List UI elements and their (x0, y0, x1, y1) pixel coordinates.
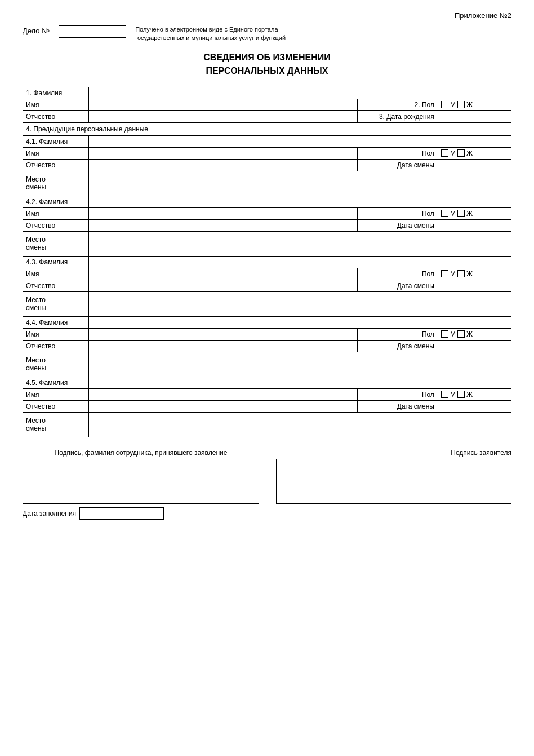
row-4-3-familiya: 4.3. Фамилия (23, 256, 511, 268)
checkbox-4-2-zh[interactable] (457, 210, 465, 217)
label-4-2-familiya: 4.2. Фамилия (23, 196, 89, 207)
row-4-5-familiya: 4.5. Фамилия (23, 377, 511, 388)
value-4-1-data-smeny[interactable] (438, 159, 511, 171)
applicant-sign-label: Подпись заявителя (276, 449, 511, 457)
value-4-4-imya[interactable] (89, 328, 358, 340)
label-4-4-imya: Имя (23, 328, 89, 340)
label-4-2-pol: Пол (357, 207, 438, 219)
value-4-3-imya[interactable] (89, 268, 358, 280)
row-4-2-familiya: 4.2. Фамилия (23, 196, 511, 207)
label-4-5-otchestvo: Отчество (23, 400, 89, 412)
delo-number-input[interactable] (59, 25, 126, 38)
value-4-3-data-smeny[interactable] (438, 280, 511, 291)
label-4-4-otchestvo: Отчество (23, 340, 89, 352)
label-4-5-imya: Имя (23, 388, 89, 400)
row-4-2-imya: Имя Пол М Ж (23, 207, 511, 219)
employee-sign-box[interactable] (23, 459, 259, 504)
pol-4-5-checkboxes[interactable]: М Ж (438, 388, 511, 400)
label-4-5-pol: Пол (357, 388, 438, 400)
label-4-2-data-smeny: Дата смены (357, 219, 438, 231)
date-label: Дата заполнения (23, 510, 76, 518)
employee-sign-section: Подпись, фамилия сотрудника, принявшего … (23, 449, 259, 520)
date-row: Дата заполнения (23, 507, 259, 520)
m-4-1-label: М (450, 149, 456, 157)
row-4-4-imya: Имя Пол М Ж (23, 328, 511, 340)
row-4-4-mesto: Место смены (23, 352, 511, 377)
value-4-3-familiya[interactable] (89, 256, 511, 268)
value-4-2-data-smeny[interactable] (438, 219, 511, 231)
value-4-5-mesto[interactable] (89, 412, 511, 437)
dob-value[interactable] (438, 110, 511, 122)
value-4-2-otchestvo[interactable] (89, 219, 358, 231)
label-4-3-mesto: Место смены (23, 291, 89, 316)
checkbox-4-1-zh[interactable] (457, 149, 465, 157)
value-4-4-otchestvo[interactable] (89, 340, 358, 352)
applicant-sign-box[interactable] (276, 459, 511, 504)
checkbox-m[interactable] (441, 101, 448, 108)
imya-value[interactable] (89, 99, 358, 110)
m-label: М (450, 101, 456, 109)
label-4-2-mesto: Место смены (23, 231, 89, 256)
checkbox-zh[interactable] (457, 101, 465, 108)
label-4-1-imya: Имя (23, 147, 89, 159)
value-4-1-mesto[interactable] (89, 171, 511, 196)
row-4-1-mesto: Место смены (23, 171, 511, 196)
value-4-4-data-smeny[interactable] (438, 340, 511, 352)
delo-row: Дело № Получено в электронном виде с Еди… (23, 25, 511, 43)
pol-4-4-checkboxes[interactable]: М Ж (438, 328, 511, 340)
checkbox-4-5-m[interactable] (441, 391, 448, 398)
label-4-4-data-smeny: Дата смены (357, 340, 438, 352)
familiya-label: 1. Фамилия (23, 87, 89, 99)
label-4-3-familiya: 4.3. Фамилия (23, 256, 89, 268)
pol-4-2-checkboxes[interactable]: М Ж (438, 207, 511, 219)
main-title: СВЕДЕНИЯ ОБ ИЗМЕНЕНИИ ПЕРСОНАЛЬНЫХ ДАННЫ… (23, 51, 511, 78)
value-4-2-imya[interactable] (89, 207, 358, 219)
dob-label: 3. Дата рождения (357, 110, 438, 122)
value-4-1-otchestvo[interactable] (89, 159, 358, 171)
section4-header: 4. Предыдущие персональные данные (23, 122, 511, 135)
value-4-4-mesto[interactable] (89, 352, 511, 377)
row-4-5-imya: Имя Пол М Ж (23, 388, 511, 400)
checkbox-4-1-m[interactable] (441, 149, 448, 157)
familiya-value[interactable] (89, 87, 511, 99)
value-4-5-familiya[interactable] (89, 377, 511, 388)
pol-checkboxes[interactable]: М Ж (438, 99, 511, 110)
checkbox-4-3-zh[interactable] (457, 270, 465, 277)
m-4-3-label: М (450, 270, 456, 278)
bottom-section: Подпись, фамилия сотрудника, принявшего … (23, 449, 511, 520)
row-4-3-imya: Имя Пол М Ж (23, 268, 511, 280)
value-4-1-imya[interactable] (89, 147, 358, 159)
label-4-3-imya: Имя (23, 268, 89, 280)
value-4-5-otchestvo[interactable] (89, 400, 358, 412)
date-input[interactable] (79, 507, 164, 520)
checkbox-4-4-zh[interactable] (457, 330, 465, 338)
delo-label: Дело № (23, 25, 50, 35)
checkbox-4-5-zh[interactable] (457, 391, 465, 398)
value-4-5-imya[interactable] (89, 388, 358, 400)
checkbox-4-2-m[interactable] (441, 210, 448, 217)
imya-label: Имя (23, 99, 89, 110)
row-4-1-imya: Имя Пол М Ж (23, 147, 511, 159)
value-4-3-mesto[interactable] (89, 291, 511, 316)
value-4-4-familiya[interactable] (89, 316, 511, 328)
pol-label: 2. Пол (357, 99, 438, 110)
checkbox-4-3-m[interactable] (441, 270, 448, 277)
value-4-5-data-smeny[interactable] (438, 400, 511, 412)
section4-label: 4. Предыдущие персональные данные (23, 122, 511, 135)
value-4-2-familiya[interactable] (89, 196, 511, 207)
employee-sign-label: Подпись, фамилия сотрудника, принявшего … (23, 449, 259, 457)
pol-4-1-checkboxes[interactable]: М Ж (438, 147, 511, 159)
label-4-4-familiya: 4.4. Фамилия (23, 316, 89, 328)
checkbox-4-4-m[interactable] (441, 330, 448, 338)
label-4-3-data-smeny: Дата смены (357, 280, 438, 291)
zh-4-2-label: Ж (466, 210, 473, 218)
row-4-4-otchestvo: Отчество Дата смены (23, 340, 511, 352)
otchestvo-value[interactable] (89, 110, 358, 122)
row-4-1-otchestvo: Отчество Дата смены (23, 159, 511, 171)
value-4-2-mesto[interactable] (89, 231, 511, 256)
value-4-3-otchestvo[interactable] (89, 280, 358, 291)
pol-4-3-checkboxes[interactable]: М Ж (438, 268, 511, 280)
row-4-2-mesto: Место смены (23, 231, 511, 256)
form-table: 1. Фамилия Имя 2. Пол М Ж Отчество 3. Да… (23, 87, 511, 437)
value-4-1-familiya[interactable] (89, 135, 511, 147)
